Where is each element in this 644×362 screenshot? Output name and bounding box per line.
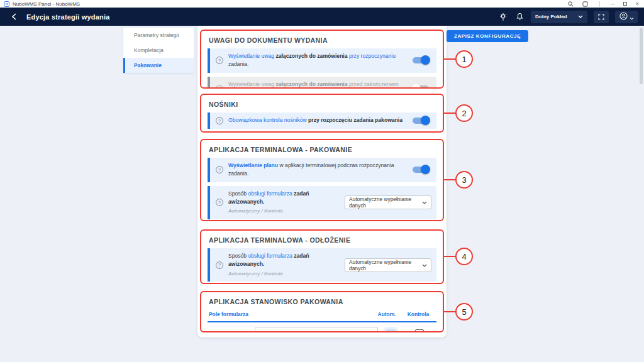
column-header-autom: Autom. [372,311,401,317]
setting-sublabel: Automatyczny / Kontrola [228,207,340,215]
setting-label-part: obsługi formularza [248,253,292,259]
table-row-ilosc: Ilość Wartość z planu [j.m.] [208,322,436,332]
setting-label-part: obsługi formularza [248,190,292,197]
open-app-icon[interactable] [582,1,588,7]
setting-label-part: Sposób [228,253,247,259]
section-aplikacja-stanowisko-pakowania: APLIKACJA STANOWISKO PAKOWANIA Pole form… [200,291,444,332]
toggle-show-plan[interactable] [413,167,429,173]
chevron-down-icon [422,262,427,268]
back-button[interactable] [9,12,19,22]
section-aplikacja-terminalowa-pakowanie: APLIKACJA TERMINALOWA - PAKOWANIE ? Wyśw… [200,139,444,221]
select-value: Automatyczne wypełnianie danych [349,196,422,209]
toggle-show-notes-end[interactable] [413,85,429,89]
setting-row-show-notes-end: ? Wyświetlanie uwag załączonych do zamów… [208,77,436,89]
search-icon[interactable] [568,1,574,7]
setting-row-form-handling-pakowanie: ? Sposób obsługi formularza zadań awizow… [208,186,436,219]
column-header-kontrola: Kontrola [401,311,435,317]
save-configuration-button[interactable]: ZAPISZ KONFIGURACJĘ [447,30,528,42]
chevron-down-icon [422,199,427,206]
field-name: Ilość [209,331,255,332]
annotation-callout-4: 4 [455,248,473,265]
section-uwagi-do-dokumentu-wydania: UWAGI DO DOKUMENTU WYDANIA ? Wyświetlani… [200,30,444,89]
setting-row-carrier-control: ? Obowiązkowa kontrola nośników przy roz… [208,112,436,129]
section-aplikacja-terminalowa-odlozenie: APLIKACJA TERMINALOWA - ODŁOŻENIE ? Spos… [200,229,444,284]
section-title: APLIKACJA STANOWISKO PAKOWANIA [209,298,435,305]
checkbox-kontrola-unchecked[interactable] [415,329,424,332]
section-title: APLIKACJA TERMINALOWA - ODŁOŻENIE [209,236,435,244]
help-icon[interactable]: ? [216,199,223,206]
sidebar-item-pakowanie[interactable]: Pakowanie [123,58,194,73]
notifications-bell-icon[interactable] [514,12,525,22]
kebab-menu-icon[interactable]: ⋮ [597,1,602,7]
fullscreen-button[interactable] [594,11,609,23]
section-nosniki: NOŚNIKI ? Obowiązkowa kontrola nośników … [200,94,444,133]
page-title: Edycja strategii wydania [26,13,110,21]
toggle-carrier-control[interactable] [413,118,429,124]
annotation-connector-3 [444,179,456,180]
setting-sublabel: Automatyczny / Kontrola [228,270,340,278]
setting-label-part: Obowiązkowa kontrola nośników [228,117,307,123]
annotation-callout-1: 1 [455,50,473,68]
setting-row-show-plan: ? Wyświetlanie planu w aplikacji termina… [208,158,436,182]
toggle-knob [421,116,430,125]
setting-label-part: Wyświetlanie planu [228,162,278,168]
scrollbar-thumb[interactable] [640,28,643,84]
fullscreen-icon [598,11,604,23]
strategy-sidebar: Parametry strategii Kompletacja Pakowani… [123,28,194,73]
help-icon[interactable]: ? [216,166,223,173]
setting-label: Wyświetlanie planu w aplikacji terminalo… [228,162,405,178]
sidebar-item-parametry-strategii[interactable]: Parametry strategii [123,28,194,43]
setting-row-form-handling-odlozenie: ? Sposób obsługi formularza zadań awizow… [208,248,436,282]
annotation-callout-2: 2 [455,104,473,122]
help-icon[interactable]: ? [216,85,223,89]
setting-label-part: Sposób [228,190,247,197]
setting-label: Obowiązkowa kontrola nośników przy rozpo… [228,116,405,124]
account-icon [619,11,628,23]
help-icon[interactable]: ? [216,117,223,124]
kontrola-cell [404,329,435,332]
maximize-button[interactable] [623,2,627,6]
chevron-down-icon [630,11,634,23]
help-icon[interactable]: ? [216,57,223,64]
setting-label-part: załączonych do zamówienia [275,81,347,87]
account-menu[interactable] [615,11,638,23]
toggle-knob [411,84,421,89]
field-value-select-ilosc[interactable]: Wartość z planu [j.m.] [255,327,378,332]
maximize-glyph [623,2,627,6]
section-title: NOŚNIKI [209,101,435,108]
sidebar-item-kompletacja[interactable]: Kompletacja [123,43,194,58]
setting-label-part: zadania. [228,61,249,67]
setting-label-part: przy rozpoczęciu zadania pakowania [308,117,402,123]
table-header-row: Pole formularza Autom. Kontrola [208,310,436,322]
toggle-knob [421,55,430,65]
form-handling-select-odlozenie[interactable]: Automatyczne wypełnianie danych [345,258,431,272]
autom-cell [378,329,404,333]
toggle-show-notes-start[interactable] [413,57,429,63]
annotation-connector-4 [444,256,456,257]
warehouse-select[interactable]: Dolny Pokład [531,11,587,23]
setting-label-part: Wyświetlanie uwag [228,53,274,59]
warehouse-select-value: Dolny Pokład [535,14,567,19]
app-header: Edycja strategii wydania Dolny Pokład [0,8,644,26]
setting-label: Sposób obsługi formularza zadań awizowan… [228,190,340,216]
checkbox-autom-checked[interactable] [386,329,396,333]
annotation-connector-5 [444,311,456,312]
annotation-callout-5: 5 [455,303,473,321]
setting-row-show-notes-start: ? Wyświetlanie uwag załączonych do zamów… [208,48,436,73]
form-handling-select-pakowanie[interactable]: Automatyczne wypełnianie danych [345,195,431,209]
column-header-pole-formularza: Pole formularza [209,311,372,317]
window-titlebar: NuboWMS Panel - NuboWMS ⋮ – × [0,0,644,8]
chevron-down-icon [578,14,583,19]
lightbulb-icon[interactable] [498,12,508,22]
setting-label-part: Wyświetlanie uwag [228,81,274,87]
help-icon[interactable]: ? [216,261,223,269]
setting-label: Wyświetlanie uwag załączonych do zamówie… [228,80,405,89]
chevron-down-icon [369,331,374,332]
window-title: NuboWMS Panel - NuboWMS [13,1,80,7]
minimize-button[interactable]: – [611,1,614,7]
select-value: Wartość z planu [j.m.] [259,331,309,332]
section-title: UWAGI DO DOKUMENTU WYDANIA [209,36,435,44]
close-button[interactable]: × [636,1,639,7]
setting-label: Sposób obsługi formularza zadań awizowan… [228,252,340,278]
annotation-callout-3: 3 [455,171,473,189]
